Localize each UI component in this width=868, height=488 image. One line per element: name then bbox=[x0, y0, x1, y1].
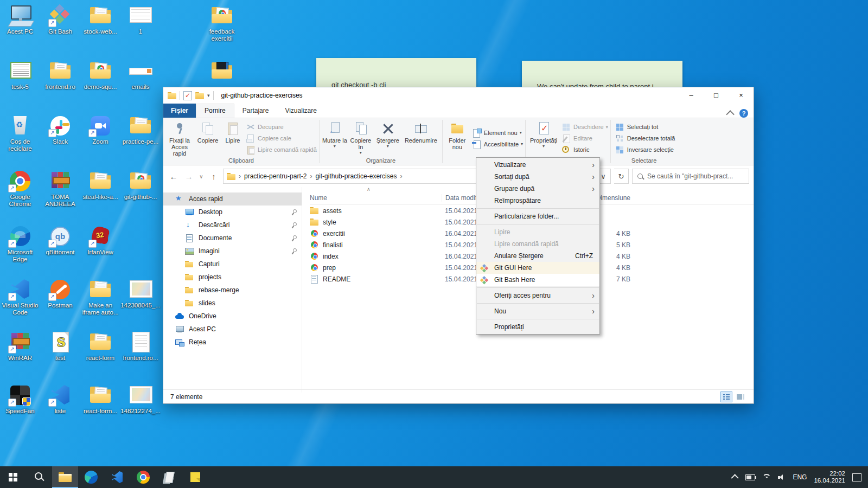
properties-button[interactable]: Proprietăți ▾ bbox=[528, 120, 559, 157]
close-button[interactable]: × bbox=[729, 87, 754, 104]
desktop-icon-toma-andreea[interactable]: TOMA ANDREEA bbox=[40, 170, 80, 208]
desktop-icon-irfanview[interactable]: ↗IrfanView bbox=[80, 225, 120, 256]
desktop-icon-142308045[interactable]: 142308045_... bbox=[120, 278, 161, 309]
desktop-icon-git-bash[interactable]: ↗Git Bash bbox=[40, 4, 80, 35]
desktop-icon-postman[interactable]: ↗Postman bbox=[40, 278, 80, 309]
tab-vizualizare[interactable]: Vizualizare bbox=[277, 104, 324, 118]
column-header-name[interactable]: Nume bbox=[310, 194, 442, 202]
desktop-icon-148212274[interactable]: 148212274_... bbox=[120, 384, 161, 415]
desktop-icon-visual-studio-code[interactable]: ↗Visual Studio Code bbox=[0, 278, 40, 316]
select-none-button[interactable]: Deselectare totală bbox=[615, 133, 675, 144]
desktop-icon-speedfan[interactable]: ↗SpeedFan bbox=[0, 384, 40, 415]
taskbar-sticky-notes[interactable] bbox=[182, 466, 208, 488]
taskbar-file-explorer[interactable] bbox=[52, 466, 78, 488]
battery-icon[interactable] bbox=[745, 474, 755, 480]
new-folder-button[interactable]: Folder nou bbox=[445, 120, 470, 157]
desktop-icon-emails[interactable]: emails bbox=[120, 60, 161, 91]
pin-to-quick-access-button[interactable]: Fixați la Acces rapid bbox=[165, 120, 194, 157]
tray-overflow-chevron-icon[interactable] bbox=[731, 474, 739, 481]
customize-qat-chevron-icon[interactable]: ▾ bbox=[207, 93, 210, 98]
menu-item-lipire-comand-rapid[interactable]: Lipire comandă rapidă bbox=[476, 238, 599, 250]
tab-partajare[interactable]: Partajare bbox=[234, 104, 277, 118]
taskbar-document-app[interactable] bbox=[156, 466, 182, 488]
desktop-icon-slack[interactable]: ↗Slack bbox=[40, 114, 80, 145]
menu-item-particularizare-folder[interactable]: Particularizare folder... bbox=[476, 210, 599, 222]
nav-item-re-ea[interactable]: Rețea bbox=[163, 336, 302, 349]
nav-item-acces-rapid[interactable]: Acces rapid bbox=[163, 192, 302, 206]
paste-button[interactable]: Lipire bbox=[222, 120, 244, 157]
desktop-icon-steal-like-a[interactable]: steal-like-a... bbox=[80, 170, 120, 201]
nav-item-desc-rc-ri[interactable]: Descărcări bbox=[163, 219, 302, 232]
taskbar-search-button[interactable] bbox=[26, 466, 52, 488]
desktop-icon-test[interactable]: test bbox=[40, 331, 80, 362]
new-item-button[interactable]: Element nou ▾ bbox=[472, 127, 523, 138]
move-to-button[interactable]: Mutare la ▾ bbox=[322, 120, 348, 157]
back-button[interactable]: ← bbox=[168, 172, 180, 181]
menu-item-sorta-i-dup[interactable]: Sortați după› bbox=[476, 171, 599, 183]
rename-button[interactable]: Redenumire bbox=[402, 120, 440, 157]
clock[interactable]: 22:02 16.04.2021 bbox=[814, 470, 845, 484]
nav-item-desktop[interactable]: Desktop bbox=[163, 206, 302, 219]
nav-item-documente[interactable]: Documente bbox=[163, 232, 302, 245]
sticky-note-right[interactable]: We can't update from child to parent i bbox=[522, 61, 682, 87]
help-icon[interactable]: ? bbox=[739, 109, 748, 118]
desktop-icon-react-form[interactable]: react-form... bbox=[80, 384, 120, 415]
tab-fi-ier[interactable]: Fișier bbox=[163, 104, 196, 118]
menu-item-oferi-i-acces-pentru[interactable]: Oferiți acces pentru› bbox=[476, 290, 599, 301]
search-input[interactable]: Se caută în "git-github-pract... bbox=[632, 169, 749, 184]
select-all-button[interactable]: Selectați tot bbox=[615, 122, 675, 132]
desktop-icon-practice-pe[interactable]: practice-pe... bbox=[120, 114, 161, 145]
desktop-icon-react-form[interactable]: react-form bbox=[80, 331, 120, 362]
taskbar-chrome[interactable] bbox=[130, 466, 156, 488]
up-button[interactable]: ↑ bbox=[208, 172, 220, 181]
open-button[interactable]: Deschidere ▾ bbox=[561, 122, 608, 132]
desktop-icon-make-an-iframe-auto[interactable]: Make an iframe auto... bbox=[80, 278, 120, 316]
delete-button[interactable]: Ștergere ▾ bbox=[374, 120, 402, 157]
desktop-icon-acest-pc[interactable]: Acest PC bbox=[0, 4, 40, 35]
nav-item-imagini[interactable]: Imagini bbox=[163, 245, 302, 258]
desktop-icon-folder[interactable] bbox=[202, 60, 242, 84]
history-button[interactable]: Istoric bbox=[561, 145, 608, 155]
copy-button[interactable]: Copiere bbox=[194, 120, 222, 157]
collapse-ribbon-icon[interactable] bbox=[726, 110, 735, 119]
easy-access-button[interactable]: Accesibilitate ▾ bbox=[472, 139, 523, 149]
desktop-icon-winrar[interactable]: ↗WinRAR bbox=[0, 331, 40, 362]
desktop-icon-co-de-reciclare[interactable]: Coș de reciclare bbox=[0, 114, 40, 152]
thumbnail-view-button[interactable] bbox=[735, 391, 746, 402]
desktop-icon-1[interactable]: 1 bbox=[120, 4, 161, 35]
nav-item-rebase-merge[interactable]: rebase-merge bbox=[163, 284, 302, 297]
desktop-icon-git-github[interactable]: git-github-... bbox=[120, 170, 161, 201]
taskbar-vscode[interactable] bbox=[104, 466, 130, 488]
paste-shortcut-button[interactable]: Lipire comandă rapidă bbox=[246, 145, 317, 155]
nav-item-acest-pc[interactable]: Acest PC bbox=[163, 323, 302, 336]
new-folder-qat-icon[interactable] bbox=[195, 92, 204, 99]
menu-item-nou[interactable]: Nou› bbox=[476, 305, 599, 317]
menu-item-propriet-i[interactable]: Proprietăți bbox=[476, 321, 599, 333]
nav-item-slides[interactable]: slides bbox=[163, 297, 302, 310]
tab-pornire[interactable]: Pornire bbox=[196, 104, 234, 118]
menu-item-git-bash-here[interactable]: Git Bash Here bbox=[476, 274, 599, 286]
volume-icon[interactable] bbox=[778, 474, 786, 480]
refresh-icon[interactable]: ↻ bbox=[614, 169, 629, 184]
desktop-icon-qbittorrent[interactable]: ↗qBittorrent bbox=[40, 225, 80, 256]
sticky-note-left[interactable]: git checkout -b cli bbox=[316, 58, 476, 87]
menu-item-vizualizare[interactable]: Vizualizare› bbox=[476, 159, 599, 171]
properties-qat-icon[interactable] bbox=[183, 91, 192, 100]
desktop-icon-stock-web[interactable]: stock-web... bbox=[80, 4, 120, 35]
edit-button[interactable]: Editare bbox=[561, 133, 608, 144]
nav-item-capturi[interactable]: Capturi bbox=[163, 258, 302, 271]
menu-item-lipire[interactable]: Lipire bbox=[476, 226, 599, 238]
menu-item-git-gui-here[interactable]: Git GUI Here bbox=[476, 262, 599, 274]
desktop-icon-google-chrome[interactable]: ↗Google Chrome bbox=[0, 170, 40, 208]
forward-button[interactable]: → bbox=[183, 172, 195, 181]
desktop-icon-liste[interactable]: ↗liste bbox=[40, 384, 80, 415]
language-indicator[interactable]: ENG bbox=[793, 473, 807, 481]
copy-to-button[interactable]: Copiere în ▾ bbox=[348, 120, 374, 157]
action-center-icon[interactable] bbox=[852, 473, 861, 481]
invert-selection-button[interactable]: Inversare selecție bbox=[615, 145, 675, 155]
desktop-icon-frontend-ro[interactable]: frontend.ro... bbox=[120, 331, 161, 362]
recent-locations-chevron-icon[interactable]: ∨ bbox=[198, 174, 205, 179]
desktop-icon-feedback-exercitii[interactable]: feedback exercitii bbox=[202, 4, 242, 42]
nav-item-projects[interactable]: projects bbox=[163, 271, 302, 284]
wifi-icon[interactable] bbox=[762, 474, 771, 480]
